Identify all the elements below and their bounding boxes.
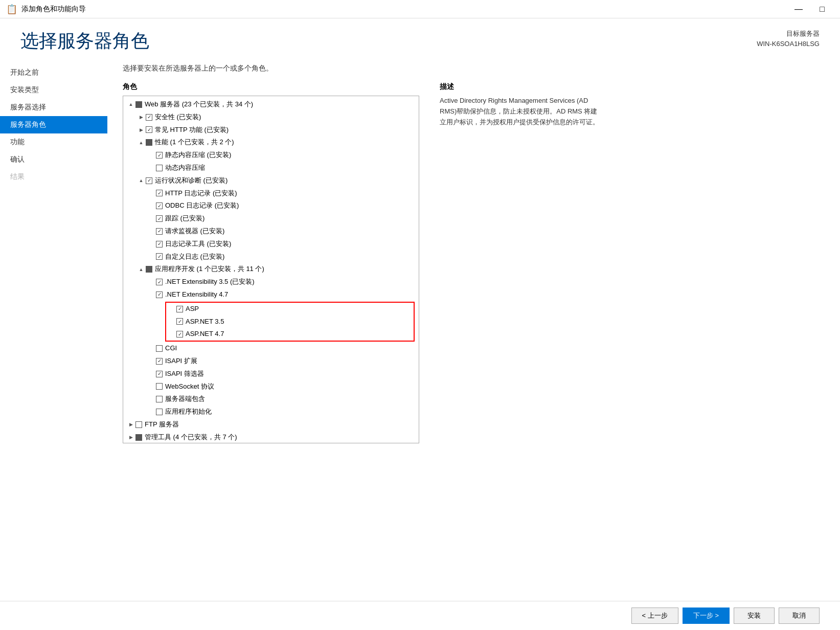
checkbox-trace[interactable] <box>156 215 163 222</box>
tree-item-request-monitor[interactable]: 请求监视器 (已安装) <box>123 225 419 238</box>
item-label-security: 安全性 (已安装) <box>155 112 201 123</box>
instruction-text: 选择要安装在所选服务器上的一个或多个角色。 <box>123 64 825 73</box>
sidebar-item-confirm[interactable]: 确认 <box>0 151 107 168</box>
description-panel: 描述 Active Directory Rights Management Se… <box>440 82 603 596</box>
expand-icon-mgmt[interactable]: ▶ <box>127 434 134 441</box>
description-text: Active Directory Rights Management Servi… <box>440 96 603 127</box>
roles-list-container: 角色 ▲ Web 服务器 (23 个已安装，共 34 个) ▶ 安全性 <box>123 82 419 596</box>
tree-item-asp[interactable]: ASP <box>166 303 414 316</box>
tree-item-health[interactable]: ▲ 运行状况和诊断 (已安装) <box>123 174 419 187</box>
sidebar-item-start[interactable]: 开始之前 <box>0 64 107 81</box>
item-label-aspnet47: ASP.NET 4.7 <box>186 329 224 340</box>
expand-icon-appdev[interactable]: ▲ <box>138 266 145 273</box>
bottom-nav: < 上一步 下一步 > 安装 取消 <box>0 601 840 630</box>
checkbox-net35[interactable] <box>156 279 163 285</box>
checkbox-odbc-log[interactable] <box>156 202 163 209</box>
cancel-button[interactable]: 取消 <box>779 608 820 624</box>
item-label-asp: ASP <box>186 304 199 314</box>
checkbox-health[interactable] <box>146 177 152 184</box>
tree-item-odbc-log[interactable]: ODBC 日志记录 (已安装) <box>123 199 419 212</box>
tree-item-trace[interactable]: 跟踪 (已安装) <box>123 212 419 225</box>
tree-item-websocket[interactable]: WebSocket 协议 <box>123 380 419 393</box>
tree-item-mgmt[interactable]: ▶ 管理工具 (4 个已安装，共 7 个) <box>123 431 419 443</box>
checkbox-custom-log[interactable] <box>156 253 163 260</box>
description-header: 描述 <box>440 82 603 92</box>
item-label-http: 常见 HTTP 功能 (已安装) <box>155 125 229 136</box>
roles-header: 角色 <box>123 82 419 92</box>
roles-section: 角色 ▲ Web 服务器 (23 个已安装，共 34 个) ▶ 安全性 <box>123 82 825 596</box>
sidebar-item-install-type[interactable]: 安装类型 <box>0 81 107 99</box>
checkbox-mgmt[interactable] <box>135 434 142 441</box>
tree-item-aspnet35[interactable]: ASP.NET 3.5 <box>166 316 414 328</box>
checkbox-aspnet47[interactable] <box>176 331 183 338</box>
tree-item-log-tools[interactable]: 日志记录工具 (已安装) <box>123 238 419 251</box>
expand-icon-ftp[interactable]: ▶ <box>127 421 134 428</box>
maximize-button[interactable]: □ <box>810 2 834 17</box>
install-button[interactable]: 安装 <box>734 608 775 624</box>
tree-item-ssi[interactable]: 服务器端包含 <box>123 393 419 406</box>
item-label-trace: 跟踪 (已安装) <box>165 213 205 224</box>
checkbox-ftp[interactable] <box>135 421 142 428</box>
checkbox-asp[interactable] <box>176 306 183 312</box>
checkbox-request-monitor[interactable] <box>156 228 163 235</box>
tree-item-appdev[interactable]: ▲ 应用程序开发 (1 个已安装，共 11 个) <box>123 263 419 276</box>
item-label-performance: 性能 (1 个已安装，共 2 个) <box>155 137 234 148</box>
checkbox-isapi-ext[interactable] <box>156 358 163 365</box>
title-bar: 📋 添加角色和功能向导 — □ <box>0 0 840 18</box>
tree-item-isapi-ext[interactable]: ISAPI 扩展 <box>123 355 419 368</box>
checkbox-ssi[interactable] <box>156 396 163 402</box>
expand-icon-security[interactable]: ▶ <box>138 114 145 121</box>
page-title: 选择服务器角色 <box>20 29 149 54</box>
item-label-custom-log: 自定义日志 (已安装) <box>165 252 224 262</box>
item-label-cgi: CGI <box>165 343 177 354</box>
checkbox-security[interactable] <box>146 114 152 121</box>
item-label-odbc-log: ODBC 日志记录 (已安装) <box>165 200 239 211</box>
tree-item-app-init[interactable]: 应用程序初始化 <box>123 406 419 418</box>
tree-item-static-compress[interactable]: 静态内容压缩 (已安装) <box>123 149 419 162</box>
item-label-mgmt: 管理工具 (4 个已安装，共 7 个) <box>145 432 237 443</box>
checkbox-cgi[interactable] <box>156 345 163 352</box>
previous-button[interactable]: < 上一步 <box>631 608 678 624</box>
tree-item-security[interactable]: ▶ 安全性 (已安装) <box>123 111 419 124</box>
content-area: 开始之前 安装类型 服务器选择 服务器角色 功能 确认 结果 选择要安装在所选服… <box>0 59 840 601</box>
checkbox-app-init[interactable] <box>156 409 163 415</box>
expand-icon-http[interactable]: ▶ <box>138 126 145 133</box>
checkbox-websocket[interactable] <box>156 383 163 390</box>
minimize-button[interactable]: — <box>787 2 810 17</box>
sidebar-item-features[interactable]: 功能 <box>0 133 107 151</box>
checkbox-net47[interactable] <box>156 291 163 298</box>
sidebar: 开始之前 安装类型 服务器选择 服务器角色 功能 确认 结果 <box>0 59 107 601</box>
tree-item-isapi-filter[interactable]: ISAPI 筛选器 <box>123 368 419 380</box>
checkbox-http[interactable] <box>146 126 152 133</box>
tree-item-web-server[interactable]: ▲ Web 服务器 (23 个已安装，共 34 个) <box>123 98 419 111</box>
expand-icon[interactable]: ▲ <box>127 101 134 108</box>
sidebar-item-server-roles[interactable]: 服务器角色 <box>0 116 107 133</box>
tree-item-ftp[interactable]: ▶ FTP 服务器 <box>123 418 419 431</box>
checkbox-performance[interactable] <box>146 139 152 146</box>
item-label-appdev: 应用程序开发 (1 个已安装，共 11 个) <box>155 264 264 275</box>
tree-item-cgi[interactable]: CGI <box>123 342 419 355</box>
tree-box[interactable]: ▲ Web 服务器 (23 个已安装，共 34 个) ▶ 安全性 (已安装) <box>123 96 419 443</box>
expand-icon-performance[interactable]: ▲ <box>138 139 145 146</box>
checkbox-http-log[interactable] <box>156 190 163 196</box>
item-label-dynamic-compress: 动态内容压缩 <box>165 163 205 173</box>
checkbox-log-tools[interactable] <box>156 241 163 248</box>
next-button[interactable]: 下一步 > <box>683 608 730 624</box>
sidebar-item-server-select[interactable]: 服务器选择 <box>0 99 107 116</box>
checkbox-static-compress[interactable] <box>156 152 163 159</box>
tree-item-http-log[interactable]: HTTP 日志记录 (已安装) <box>123 187 419 200</box>
checkbox-appdev[interactable] <box>146 266 152 273</box>
tree-item-http[interactable]: ▶ 常见 HTTP 功能 (已安装) <box>123 124 419 137</box>
tree-item-dynamic-compress[interactable]: 动态内容压缩 <box>123 162 419 174</box>
checkbox-dynamic-compress[interactable] <box>156 165 163 171</box>
app-icon: 📋 <box>6 4 17 15</box>
tree-item-aspnet47[interactable]: ASP.NET 4.7 <box>166 328 414 341</box>
expand-icon-health[interactable]: ▲ <box>138 177 145 184</box>
tree-item-net35[interactable]: .NET Extensibility 3.5 (已安装) <box>123 276 419 288</box>
checkbox-aspnet35[interactable] <box>176 318 183 325</box>
tree-item-performance[interactable]: ▲ 性能 (1 个已安装，共 2 个) <box>123 136 419 149</box>
checkbox-isapi-filter[interactable] <box>156 371 163 377</box>
tree-item-net47[interactable]: .NET Extensibility 4.7 <box>123 288 419 301</box>
checkbox-web-server[interactable] <box>135 101 142 108</box>
tree-item-custom-log[interactable]: 自定义日志 (已安装) <box>123 251 419 263</box>
